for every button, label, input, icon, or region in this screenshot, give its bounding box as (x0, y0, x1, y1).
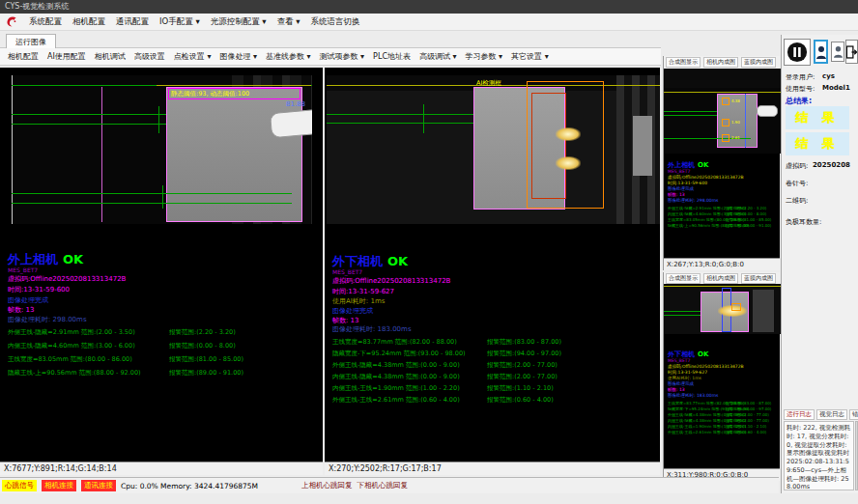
threshold-box: 静态阈值:93, 动态阈值:100 (168, 88, 300, 99)
login-user-label: 登录用户: (786, 72, 815, 82)
mini-panel-top: 合成图显示 相机内成图 蓝膜内成图 4.38 1.90 2.61 外上相机OK … (663, 56, 780, 270)
tool-learn-params[interactable]: 学习参数 ▾ (466, 51, 503, 62)
measure-tick-green (158, 106, 159, 133)
detect-box (722, 119, 729, 126)
machine-block (753, 290, 774, 332)
mini-tab-row: 合成图显示 相机内成图 蓝膜内成图 (664, 56, 780, 70)
user-button[interactable] (831, 42, 844, 62)
model-label: 使用型号: (786, 84, 815, 94)
alarm-range: 报警范围:(83.00 - 87.00) (487, 338, 561, 347)
measure-line-green (664, 115, 717, 116)
baseline-yellow (664, 286, 781, 287)
measure-line-green (664, 111, 717, 112)
vcode-label: 虚拟码: (786, 161, 808, 171)
flame-logo-icon (6, 15, 18, 28)
done-line: 图像处理完成 (668, 381, 694, 386)
tool-plc-address[interactable]: PLC地址表 (373, 51, 411, 62)
menu-view[interactable]: 查看 ▾ (277, 16, 300, 28)
inner-detection-box (531, 93, 566, 199)
menu-comm-config[interactable]: 通讯配置 (116, 16, 149, 28)
cursor-readout: X:267;Y:13;R:0;G:0;B:0 (664, 258, 780, 270)
window-title: CYS-视觉检测系统 (5, 2, 69, 11)
done-line: 图像处理完成 (668, 186, 694, 191)
elapsed-line: 图像处理耗时: 183.00ms (668, 393, 718, 398)
mini-tab-camera[interactable]: 相机内成图 (703, 57, 738, 68)
log-tab-row: 运行日志 视觉日志 错误日志 (784, 409, 858, 420)
mini-tab-film[interactable]: 蓝膜内成图 (741, 57, 776, 68)
alarm-range: 报警范围:(0.60 - 4.00) (726, 430, 766, 434)
alarm-range: 报警范围:(81.00 - 85.00) (726, 217, 771, 222)
menu-io-config[interactable]: IO手配置 ▾ (159, 16, 200, 28)
alarm-range: 报警范围:(83.00 - 87.00) (726, 401, 771, 406)
login-user-button[interactable] (814, 40, 828, 64)
alarm-range: 报警范围:(89.00 - 91.00) (726, 223, 771, 228)
done-line: 图像处理完成 (332, 306, 373, 316)
mini-tab-camera[interactable]: 相机内成图 (703, 273, 738, 284)
measurement-row: 内侧王线-隐藏=4.60mm 范围:(3.00 - 6.00) (8, 342, 135, 350)
tool-test-params[interactable]: 测试项参数 ▾ (320, 51, 365, 62)
upper-camera-heartbeat[interactable]: 上相机心跳回复 (301, 481, 353, 490)
measure-tick-green (162, 185, 163, 209)
mini-tab-film[interactable]: 蓝膜内成图 (741, 273, 776, 284)
tool-other-settings[interactable]: 其它设置 ▾ (511, 51, 549, 62)
measurement-row: 外侧王线-王线=2.61mm 范围:(0.60 - 4.00) (332, 396, 460, 405)
menu-camera-config[interactable]: 相机配置 (72, 16, 105, 28)
alarm-range: 报警范围:(1.10 - 2.10) (487, 384, 554, 393)
measure-line-green (12, 193, 292, 194)
threshold-label: 静态阈值:93, 动态阈值:100 (169, 89, 300, 98)
pin-number-label: 卷针号: (786, 179, 808, 188)
log-tab-run[interactable]: 运行日志 (784, 409, 815, 420)
camera-name: 外上相机 (8, 252, 58, 266)
menu-language-switch[interactable]: 系统语言切换 (311, 16, 360, 28)
tool-spot-check[interactable]: 点检设置 ▾ (174, 51, 212, 62)
log-tab-error[interactable]: 错误日志 (849, 409, 858, 420)
menu-light-config[interactable]: 光源控制配置 ▾ (211, 16, 267, 28)
total-result-label: 总结果: (786, 96, 812, 106)
mini-tab-composite[interactable]: 合成图显示 (666, 57, 701, 68)
tool-baseline-params[interactable]: 基准线参数 ▾ (266, 51, 311, 62)
tool-image-processing[interactable]: 图像处理 ▾ (219, 51, 257, 62)
mini-tab-composite[interactable]: 合成图显示 (666, 273, 701, 284)
cursor-readout: X:270;Y:2502;R:17;G:17;B:17 (325, 462, 660, 475)
camera-name: 外下相机 (332, 254, 383, 268)
cell-region (166, 87, 302, 222)
qr-code-label: 二维码: (786, 196, 808, 206)
bright-machine-part (633, 116, 652, 176)
measurement-row: 内侧王线-王线=1.90mm 范围:(1.00 - 2.20) (332, 384, 460, 393)
tool-camera-config[interactable]: 相机配置 (8, 51, 39, 62)
tab-highlight-blob (556, 156, 581, 170)
mes-status: MES_BET7 (332, 268, 362, 275)
mini-camera-image-top[interactable]: 4.38 1.90 2.61 (664, 69, 781, 154)
measure-line-green (664, 315, 701, 316)
tab-highlight-blob (556, 127, 581, 141)
logout-button[interactable] (845, 40, 858, 64)
vcode-value: 20250208 (813, 161, 850, 169)
log-text: 耗时: 222, 视觉检测耗时: 17, 视觉分发耗时: 0, 视觉提取分发耗时… (784, 421, 854, 490)
tool-ai-config[interactable]: AI使用配置 (47, 51, 86, 62)
status-bar: 心跳信号 相机连接 通讯连接 Cpu: 0.0% Memory: 3424.41… (0, 477, 779, 493)
measurement-row: 隐藏宽度-下=95.24mm 范围:(93.00 - 98.00) (332, 350, 466, 358)
detect-value: 4.38 (731, 98, 740, 103)
mini-camera-image-bottom[interactable] (664, 284, 781, 334)
mes-status: MES_BET7 (668, 358, 690, 363)
detect-value: 1.90 (731, 120, 740, 125)
alarm-range: 报警范围:(2.20 - 3.20) (726, 206, 766, 210)
measurement-row: 内侧王线-隐藏=4.38mm 范围:(0.00 - 9.00) (332, 373, 460, 381)
lower-camera-heartbeat[interactable]: 下相机心跳回复 (358, 481, 409, 490)
alarm-range: 报警范围:(2.00 - 77.00) (487, 373, 558, 381)
login-user-value: cys (822, 72, 835, 80)
menu-system-config[interactable]: 系统配置 (29, 16, 62, 28)
tool-advanced-settings[interactable]: 高级设置 (134, 51, 165, 62)
comm-connection-badge: 通讯连接 (81, 480, 116, 491)
tab-count-label: 负极耳数量: (786, 217, 821, 227)
log-tab-vision[interactable]: 视觉日志 (816, 409, 847, 420)
left-camera-image[interactable]: 静态阈值:93, 动态阈值:100 81.88 (12, 75, 312, 224)
pause-button[interactable] (784, 39, 811, 66)
middle-camera-image[interactable]: AI检测框 (327, 75, 660, 224)
tool-advanced-debug[interactable]: 高级调试 ▾ (419, 51, 457, 62)
time-line: 时间:13-31-59-627 (668, 370, 707, 375)
measurement-row: 外侧王线-隐藏=4.38mm 范围:(0.00 - 9.00) (332, 361, 460, 370)
app-window: CYS-视觉检测系统 系统配置 相机配置 通讯配置 IO手配置 ▾ 光源控制配置… (0, 0, 858, 504)
measurement-row: 隐藏王线-上=90.56mm 范围:(88.00 - 92.00) (8, 369, 141, 378)
tool-camera-debug[interactable]: 相机调试 (95, 51, 126, 62)
